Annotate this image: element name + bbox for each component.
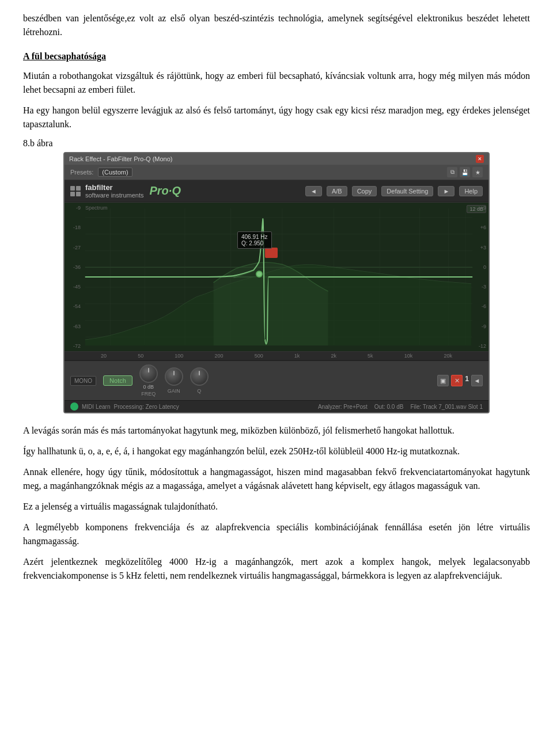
freq-knob-value: 0 dB [143, 384, 154, 390]
eq-title: Rack Effect - FabFilter Pro-Q (Mono) [69, 155, 173, 162]
gain-knob-label: GAIN [168, 388, 180, 394]
paragraph-1: beszédben van jelentősége,ez volt az els… [23, 12, 530, 39]
eq-output-buttons: ▣ ✕ 1 ◄ [437, 375, 483, 386]
eq-header-icons: ⧉ 💾 ★ [447, 167, 483, 177]
db-label-m12: -12 [472, 343, 488, 349]
eq-logo-grid [70, 186, 81, 196]
db-label-neg27: -27 [65, 245, 83, 250]
eq-freq-labels: 20 50 100 200 500 1k 2k 5k 10k 20k [65, 352, 488, 360]
logo-cell-3 [70, 192, 75, 196]
eq-controls: MONO Notch 0 dB FREQ GAIN Q [65, 360, 488, 400]
output-btn-red[interactable]: ✕ [451, 375, 463, 386]
eq-bottom-bar: MIDI Learn Processing: Zero Latency Anal… [65, 400, 488, 412]
db-label-zero: 0 [472, 264, 488, 270]
paragraph-9: Azért jelentkeznek megközelítőleg 4000 H… [23, 555, 530, 583]
freq-knob[interactable] [139, 364, 158, 383]
paragraph-5: Így hallhatunk ü, o, a, e, é, á, i hango… [23, 445, 530, 458]
freq-200: 200 [215, 353, 224, 359]
eq-brand-subtitle: software instruments [85, 192, 143, 199]
freq-500: 500 [255, 353, 263, 359]
db-label-neg45: -45 [65, 284, 83, 290]
db-label-neg72: -72 [65, 343, 83, 349]
freq-100: 100 [175, 353, 183, 359]
out-label: Out: 0.0 dB [374, 404, 404, 410]
paragraph-6: Annak ellenére, hogy úgy tűnik, módosíto… [23, 465, 530, 493]
eq-display[interactable]: Spectrum 12 dB [65, 202, 488, 352]
presets-label: Presets: [70, 169, 93, 176]
filter-type-button[interactable]: Notch [103, 375, 132, 386]
q-knob-label: Q [197, 388, 201, 394]
output-btn-prev[interactable]: ◄ [471, 375, 483, 386]
tooltip-freq: 406.91 Hz [241, 234, 268, 240]
eq-brand: fabfilter software instruments [85, 183, 146, 199]
nav-default-button[interactable]: Default Setting [381, 186, 433, 196]
freq-knob-group: 0 dB FREQ [139, 364, 158, 397]
power-indicator[interactable] [70, 402, 78, 411]
save-icon-btn[interactable]: 💾 [460, 167, 470, 177]
eq-brand-name: fabfilter [85, 183, 146, 192]
gain-knob[interactable] [165, 367, 183, 386]
eq-logo-area: fabfilter software instruments Pro·Q ◄ A… [65, 180, 488, 202]
db-label-neg36: -36 [65, 264, 83, 270]
eq-curve-svg [65, 203, 488, 351]
freq-knob-label: FREQ [141, 391, 156, 397]
nav-next-button[interactable]: ► [438, 186, 454, 196]
page-content: beszédben van jelentősége,ez volt az els… [23, 12, 530, 583]
midi-learn[interactable]: MIDI Learn [82, 404, 110, 410]
eq-nav-area: ◄ A/B Copy Default Setting ► Help [305, 186, 483, 196]
logo-cell-1 [70, 186, 75, 191]
eq-db-labels-left: -9 -18 -27 -36 -45 -54 -63 -72 [65, 203, 83, 351]
logo-cell-4 [76, 192, 81, 196]
eq-tooltip: 406.91 Hz Q: 2.950 [237, 231, 272, 249]
freq-20k: 20k [444, 353, 452, 359]
analyzer-label: Analyzer: Pre+Post [318, 404, 368, 410]
eq-product-name: Pro·Q [149, 184, 180, 197]
freq-2k: 2k [331, 353, 336, 359]
db-label-m9: -9 [472, 324, 488, 329]
eq-notch-handle[interactable] [256, 271, 263, 278]
nav-help-button[interactable]: Help [459, 186, 483, 196]
paragraph-7: Ez a jelenség a virtuális magasságnak tu… [23, 500, 530, 514]
gain-knob-group: GAIN [165, 367, 183, 394]
db-label-pos9: +9 [472, 205, 488, 211]
nav-copy-button[interactable]: Copy [352, 186, 377, 196]
presets-value[interactable]: (Custom) [98, 168, 132, 177]
freq-1k: 1k [294, 353, 300, 359]
freq-10k: 10k [404, 353, 413, 359]
eq-band-indicator[interactable] [265, 248, 278, 258]
figure-label: 8.b ábra [23, 138, 530, 149]
copy-icon-btn[interactable]: ⧉ [447, 167, 457, 177]
output-btn-1[interactable]: ▣ [437, 375, 449, 386]
paragraph-3: Ha egy hangon belül egyszerre levágjuk a… [23, 104, 530, 131]
db-label-m3: -3 [472, 284, 488, 290]
db-label-pos6: +6 [472, 225, 488, 230]
paragraph-4: A levágás során más és más tartományokat… [23, 424, 530, 438]
heading-ear-deception: A fül becsaphatósága [23, 50, 530, 63]
db-label-neg9: -9 [65, 205, 83, 211]
tooltip-q: Q: 2.950 [241, 240, 268, 246]
db-label-neg54: -54 [65, 303, 83, 309]
nav-prev-button[interactable]: ◄ [305, 186, 322, 196]
eq-bottom-left: MIDI Learn Processing: Zero Latency [70, 402, 179, 411]
eq-plugin-screenshot: Rack Effect - FabFilter Pro-Q (Mono) ✕ P… [63, 152, 490, 413]
db-label-neg63: -63 [65, 324, 83, 329]
eq-db-labels-right: +9 +6 +3 0 -3 -6 -9 -12 [472, 203, 488, 351]
close-button[interactable]: ✕ [476, 155, 484, 163]
eq-presets-bar: Presets: (Custom) ⧉ 💾 ★ [65, 165, 488, 180]
logo-cell-2 [76, 186, 81, 191]
freq-50: 50 [138, 353, 143, 359]
star-icon-btn[interactable]: ★ [472, 167, 483, 177]
mono-button[interactable]: MONO [70, 376, 96, 386]
db-label-m6: -6 [472, 303, 488, 309]
file-label: File: Track 7_001.wav Slot 1 [410, 404, 483, 410]
freq-20: 20 [101, 353, 107, 359]
db-label-neg18: -18 [65, 225, 83, 230]
eq-titlebar: Rack Effect - FabFilter Pro-Q (Mono) ✕ [65, 153, 488, 165]
band-number: 1 [465, 375, 469, 386]
q-knob[interactable] [190, 367, 209, 386]
eq-bottom-right: Analyzer: Pre+Post Out: 0.0 dB File: Tra… [318, 404, 483, 410]
processing-label: Processing: Zero Latency [113, 404, 179, 410]
paragraph-2: Miután a robothangokat vizsgáltuk és ráj… [23, 69, 530, 97]
q-knob-group: Q [190, 367, 209, 394]
nav-ab-button[interactable]: A/B [327, 186, 347, 196]
